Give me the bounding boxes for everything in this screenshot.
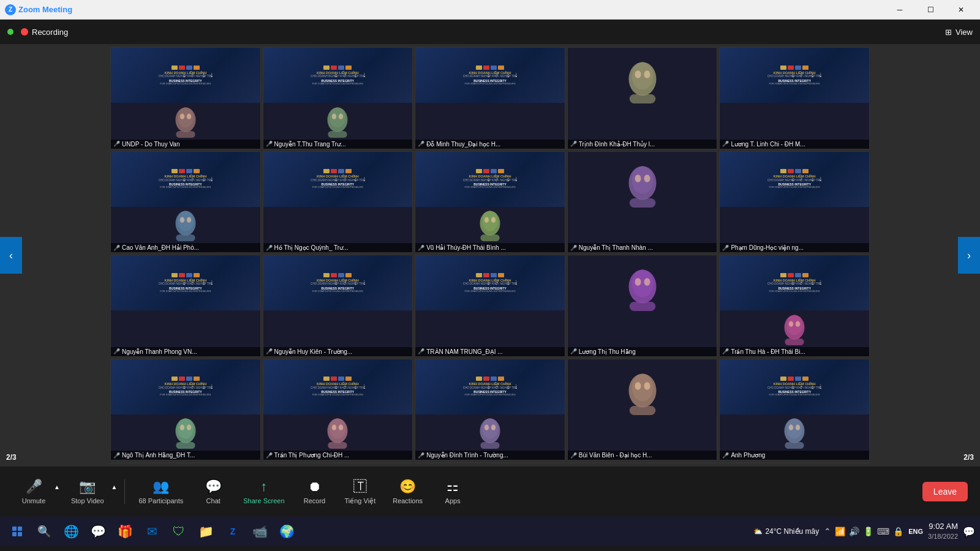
video-cell[interactable]: KINH DOANH LIÊM CHÍNHCHO DOANH NGHIỆP KH…	[263, 151, 413, 253]
folder-icon[interactable]: 📁	[194, 519, 218, 544]
start-button[interactable]	[5, 519, 29, 544]
stop-video-button[interactable]: 📷 Stop Video	[62, 475, 113, 508]
chevron-up-icon[interactable]: ⌃	[824, 527, 831, 536]
video-cell[interactable]: KINH DOANH LIÊM CHÍNHCHO DOANH NGHIỆP KH…	[263, 462, 413, 463]
svg-point-22	[484, 217, 489, 223]
participant-name: 🎤Nguyễn Đình Trình - Trường...	[415, 451, 565, 460]
video-cell[interactable]: KINH DOANH LIÊM CHÍNHCHO DOANH NGHIỆP KH…	[415, 359, 565, 461]
video-cell[interactable]: KINH DOANH LIÊM CHÍNHCHO DOANH NGHIỆP KH…	[415, 462, 565, 463]
video-cell[interactable]: KINH DOANH LIÊM CHÍNHCHO DOANH NGHIỆP KH…	[263, 255, 413, 357]
video-cell[interactable]: KINH DOANH LIÊM CHÍNHCHO DOANH NGHIỆP KH…	[719, 151, 870, 253]
video-cell[interactable]: KINH DOANH LIÊM CHÍNHCHO DOANH NGHIỆP KH…	[719, 47, 870, 149]
video-cell[interactable]: KINH DOANH LIÊM CHÍNHCHO DOANH NGHIỆP KH…	[110, 255, 261, 357]
video-cell[interactable]: KINH DOANH LIÊM CHÍNHCHO DOANH NGHIỆP KH…	[263, 359, 413, 461]
svg-point-51	[482, 419, 498, 439]
reactions-icon: 😊	[399, 479, 416, 495]
video-cell[interactable]: KINH DOANH LIÊM CHÍNHCHO DOANH NGHIỆP KH…	[110, 47, 261, 149]
svg-point-38	[796, 321, 800, 326]
video-cell[interactable]: KINH DOANH LIÊM CHÍNHCHO DOANH NGHIỆP KH…	[415, 47, 565, 149]
video-cell[interactable]: 🎤Trịnh Đình Khả-ĐH Thủy l...	[567, 47, 718, 149]
video-cell[interactable]: 🎤Nguyễn Thị Thanh Nhàn ...	[567, 151, 718, 253]
participant-name: 🎤TRẦN NAM TRUNG_ĐẠI ...	[415, 347, 565, 356]
participant-name: 🎤Vũ Hải Thúy-ĐH Thái Bình ...	[415, 243, 565, 252]
reactions-group: 😊 Reactions	[384, 475, 431, 508]
video-cell[interactable]: 🎤Trần Thị Hồng Anh_Đại h...	[567, 462, 718, 463]
participant-name: 🎤Vũ Thị Huyền Trang - Đại...	[720, 462, 869, 463]
unmute-group: 🎤 Unmute ▲	[12, 475, 62, 508]
participant-name: 🎤Nguyễn Thanh Phong VN...	[111, 347, 260, 356]
share-screen-button[interactable]: ↑ Share Screen	[235, 475, 293, 508]
svg-rect-24	[480, 234, 499, 241]
defender-icon[interactable]: 🛡	[167, 519, 191, 544]
svg-point-23	[491, 217, 496, 223]
svg-rect-64	[785, 442, 804, 449]
video-caret[interactable]: ▲	[109, 482, 120, 492]
leave-button[interactable]: Leave	[922, 482, 968, 501]
zoom-taskbar-icon[interactable]: 📹	[247, 519, 272, 544]
video-cell[interactable]: 🎤Lương Thị Thu Hằng	[567, 255, 718, 357]
svg-point-53	[491, 425, 496, 430]
battery-icon: 🔋	[863, 527, 873, 536]
edge-icon[interactable]: 🌐	[59, 519, 83, 544]
video-cell[interactable]: KINH DOANH LIÊM CHÍNHCHO DOANH NGHIỆP KH…	[415, 151, 565, 253]
zoom-logo-icon: Z	[5, 4, 16, 15]
zalo-icon[interactable]: Z	[221, 519, 245, 544]
gift-icon[interactable]: 🎁	[113, 519, 137, 544]
participants-button[interactable]: 👥 68 Participants	[130, 475, 192, 508]
svg-rect-54	[480, 442, 499, 449]
participant-name: 🎤Hồ Thị Ngọc Quỳnh_ Trư...	[263, 243, 413, 252]
unmute-button[interactable]: 🎤 Unmute	[12, 475, 55, 508]
minimize-button[interactable]: ─	[886, 0, 914, 20]
record-icon: ⏺	[308, 479, 322, 495]
tieng-viet-button[interactable]: 🇹 Tiếng Việt	[336, 475, 385, 509]
unmute-caret[interactable]: ▲	[51, 482, 62, 492]
svg-rect-39	[785, 339, 804, 345]
mic-muted-icon: 🎤	[26, 479, 42, 495]
video-cell[interactable]: KINH DOANH LIÊM CHÍNHCHO DOANH NGHIỆP KH…	[719, 462, 870, 463]
notification-icon[interactable]: 💬	[963, 526, 975, 538]
video-cell[interactable]: KINH DOANH LIÊM CHÍNHCHO DOANH NGHIỆP KH…	[110, 151, 261, 253]
svg-rect-44	[176, 442, 195, 449]
participant-name: 🎤Phạm Dũng-Học viện ng...	[720, 243, 869, 252]
skype-icon[interactable]: 💬	[86, 519, 110, 544]
video-cell[interactable]: KINH DOANH LIÊM CHÍNHCHO DOANH NGHIỆP KH…	[110, 462, 261, 463]
mail-icon[interactable]: ✉	[140, 519, 164, 544]
participant-name: 🎤Trần Thị Hồng Anh_Đại h...	[568, 462, 717, 463]
weather-icon: ⛅	[753, 527, 763, 536]
video-cell[interactable]: KINH DOANH LIÊM CHÍNHCHO DOANH NGHIỆP KH…	[415, 255, 565, 357]
maximize-button[interactable]: ☐	[916, 0, 944, 20]
video-cell[interactable]: KINH DOANH LIÊM CHÍNHCHO DOANH NGHIỆP KH…	[719, 255, 870, 357]
view-button[interactable]: ⊞ View	[945, 28, 973, 37]
reactions-button[interactable]: 😊 Reactions	[384, 475, 431, 508]
prev-page-button[interactable]: ‹	[0, 237, 22, 274]
record-label: Record	[304, 497, 325, 504]
participant-name: 🎤UNDP - Do Thuy Van	[111, 140, 260, 149]
participant-name: 🎤Nguyễn Thị Thanh Nhàn ...	[568, 243, 717, 252]
svg-point-61	[786, 419, 802, 439]
svg-point-21	[482, 211, 498, 231]
svg-point-1	[178, 107, 194, 127]
date: 3/18/2022	[928, 532, 958, 541]
participant-name: 🎤Ng. Thanh Bình - Học việ...	[111, 462, 260, 463]
chat-button[interactable]: 💬 Chat	[192, 475, 235, 508]
svg-point-13	[644, 71, 650, 79]
svg-point-43	[187, 425, 191, 430]
status-dot	[7, 29, 13, 35]
close-button[interactable]: ✕	[947, 0, 975, 20]
next-page-button[interactable]: ›	[958, 237, 980, 274]
video-cell[interactable]: KINH DOANH LIÊM CHÍNHCHO DOANH NGHIỆP KH…	[110, 359, 261, 461]
video-cell[interactable]: KINH DOANH LIÊM CHÍNHCHO DOANH NGHIỆP KH…	[719, 359, 870, 461]
video-cell[interactable]: 🎤Bùi Văn Biên - Đại học H...	[567, 359, 718, 461]
svg-rect-49	[328, 442, 347, 449]
search-taskbar-icon[interactable]: 🔍	[32, 519, 56, 544]
title-bar-controls: ─ ☐ ✕	[886, 0, 975, 20]
svg-rect-9	[328, 131, 347, 138]
chrome-icon[interactable]: 🌍	[274, 519, 299, 544]
record-button[interactable]: ⏺ Record	[293, 475, 336, 508]
svg-point-26	[631, 166, 653, 193]
svg-point-52	[484, 425, 489, 430]
video-cell[interactable]: KINH DOANH LIÊM CHÍNHCHO DOANH NGHIỆP KH…	[263, 47, 413, 149]
participant-name: 🎤Cao Văn Anh_ĐH Hải Phò...	[111, 243, 260, 252]
language-badge[interactable]: ENG	[908, 528, 923, 535]
apps-button[interactable]: ⚏ Apps	[431, 475, 474, 508]
